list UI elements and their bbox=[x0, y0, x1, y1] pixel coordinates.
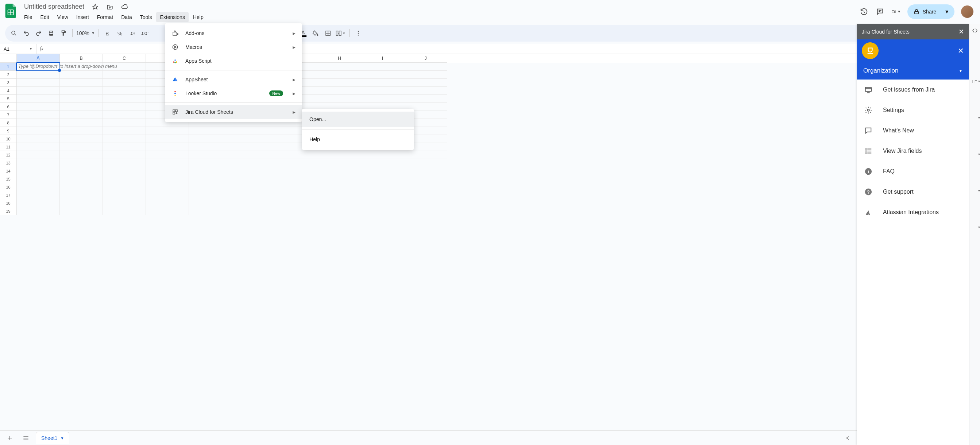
cell-E16[interactable] bbox=[189, 183, 232, 191]
menu-file[interactable]: File bbox=[21, 12, 36, 22]
increase-decimal-icon[interactable]: .00↑ bbox=[140, 28, 150, 39]
org-dropdown[interactable]: Organization▼ bbox=[857, 62, 969, 79]
row-header-3[interactable]: 3 bbox=[0, 79, 17, 87]
cell-B12[interactable] bbox=[60, 151, 103, 159]
cell-J17[interactable] bbox=[404, 191, 447, 199]
row-header-9[interactable]: 9 bbox=[0, 127, 17, 135]
cell-G15[interactable] bbox=[275, 175, 318, 183]
cell-E18[interactable] bbox=[189, 199, 232, 207]
cell-E19[interactable] bbox=[189, 207, 232, 215]
row-header-1[interactable]: 1 bbox=[0, 63, 17, 71]
cell-A9[interactable] bbox=[17, 127, 60, 135]
doc-title[interactable]: Untitled spreadsheet bbox=[22, 2, 86, 11]
row-header-16[interactable]: 16 bbox=[0, 183, 17, 191]
row-header-8[interactable]: 8 bbox=[0, 119, 17, 127]
close-panel-icon[interactable]: ✕ bbox=[958, 46, 964, 55]
cell-J19[interactable] bbox=[404, 207, 447, 215]
cell-H1[interactable] bbox=[318, 63, 361, 71]
cell-E15[interactable] bbox=[189, 175, 232, 183]
cell-F10[interactable] bbox=[232, 135, 275, 143]
cell-B7[interactable] bbox=[60, 111, 103, 119]
cell-E11[interactable] bbox=[189, 143, 232, 151]
cell-A12[interactable] bbox=[17, 151, 60, 159]
cell-B6[interactable] bbox=[60, 103, 103, 111]
cell-C19[interactable] bbox=[103, 207, 146, 215]
meet-icon[interactable]: ▼ bbox=[891, 7, 901, 16]
cell-H19[interactable] bbox=[318, 207, 361, 215]
menu-view[interactable]: View bbox=[54, 12, 72, 22]
cell-A13[interactable] bbox=[17, 159, 60, 167]
jira-help[interactable]: Help bbox=[302, 132, 414, 147]
cell-A2[interactable] bbox=[17, 71, 60, 79]
cell-C13[interactable] bbox=[103, 159, 146, 167]
cell-H4[interactable] bbox=[318, 87, 361, 95]
cell-I13[interactable] bbox=[361, 159, 404, 167]
ext-looker[interactable]: Looker Studio New ▶ bbox=[165, 86, 302, 100]
cell-A1[interactable]: Type '@Dropdown' to insert a drop-down m… bbox=[17, 63, 60, 71]
cell-A6[interactable] bbox=[17, 103, 60, 111]
cell-E17[interactable] bbox=[189, 191, 232, 199]
cell-G13[interactable] bbox=[275, 159, 318, 167]
cell-D11[interactable] bbox=[146, 143, 189, 151]
ext-apps-script[interactable]: Apps Script bbox=[165, 54, 302, 68]
cell-B16[interactable] bbox=[60, 183, 103, 191]
cell-H18[interactable] bbox=[318, 199, 361, 207]
cell-F9[interactable] bbox=[232, 127, 275, 135]
cell-D10[interactable] bbox=[146, 135, 189, 143]
side-faq[interactable]: i FAQ bbox=[857, 161, 969, 182]
cell-C4[interactable] bbox=[103, 87, 146, 95]
zoom-select[interactable]: 100%▼ bbox=[76, 30, 95, 36]
menu-data[interactable]: Data bbox=[118, 12, 136, 22]
cell-G17[interactable] bbox=[275, 191, 318, 199]
cell-A7[interactable] bbox=[17, 111, 60, 119]
cell-E9[interactable] bbox=[189, 127, 232, 135]
cell-D16[interactable] bbox=[146, 183, 189, 191]
cell-B17[interactable] bbox=[60, 191, 103, 199]
side-settings[interactable]: Settings bbox=[857, 100, 969, 120]
col-header-J[interactable]: J bbox=[404, 54, 447, 63]
cell-A19[interactable] bbox=[17, 207, 60, 215]
account-avatar[interactable] bbox=[961, 5, 974, 18]
cell-G14[interactable] bbox=[275, 167, 318, 175]
move-icon[interactable] bbox=[105, 3, 115, 11]
cell-F17[interactable] bbox=[232, 191, 275, 199]
cell-C5[interactable] bbox=[103, 95, 146, 103]
cell-A4[interactable] bbox=[17, 87, 60, 95]
row-header-6[interactable]: 6 bbox=[0, 103, 17, 111]
undo-icon[interactable] bbox=[21, 28, 31, 39]
side-atlassian[interactable]: Atlassian Integrations bbox=[857, 202, 969, 222]
cell-I1[interactable] bbox=[361, 63, 404, 71]
cell-B5[interactable] bbox=[60, 95, 103, 103]
row-header-17[interactable]: 17 bbox=[0, 191, 17, 199]
menu-format[interactable]: Format bbox=[94, 12, 117, 22]
cell-D17[interactable] bbox=[146, 191, 189, 199]
cell-H14[interactable] bbox=[318, 167, 361, 175]
cell-F13[interactable] bbox=[232, 159, 275, 167]
cell-D9[interactable] bbox=[146, 127, 189, 135]
cell-F16[interactable] bbox=[232, 183, 275, 191]
row-header-10[interactable]: 10 bbox=[0, 135, 17, 143]
share-dropdown[interactable]: ▼ bbox=[943, 9, 955, 14]
cell-A3[interactable] bbox=[17, 79, 60, 87]
cell-A5[interactable] bbox=[17, 95, 60, 103]
cell-C10[interactable] bbox=[103, 135, 146, 143]
selection-handle[interactable] bbox=[58, 69, 61, 72]
row-header-2[interactable]: 2 bbox=[0, 71, 17, 79]
cell-D18[interactable] bbox=[146, 199, 189, 207]
menu-edit[interactable]: Edit bbox=[37, 12, 53, 22]
history-icon[interactable] bbox=[859, 7, 869, 16]
cell-F14[interactable] bbox=[232, 167, 275, 175]
row-header-7[interactable]: 7 bbox=[0, 111, 17, 119]
row-header-11[interactable]: 11 bbox=[0, 143, 17, 151]
cell-C18[interactable] bbox=[103, 199, 146, 207]
cell-I16[interactable] bbox=[361, 183, 404, 191]
col-header-H[interactable]: H bbox=[318, 54, 361, 63]
cell-I18[interactable] bbox=[361, 199, 404, 207]
name-box[interactable]: A1▼ bbox=[0, 44, 37, 54]
star-icon[interactable] bbox=[90, 3, 100, 11]
cell-G12[interactable] bbox=[275, 151, 318, 159]
rail-item-4[interactable]: ▼ bbox=[971, 188, 978, 195]
cell-H3[interactable] bbox=[318, 79, 361, 87]
cell-J16[interactable] bbox=[404, 183, 447, 191]
cell-C1[interactable] bbox=[103, 63, 146, 71]
